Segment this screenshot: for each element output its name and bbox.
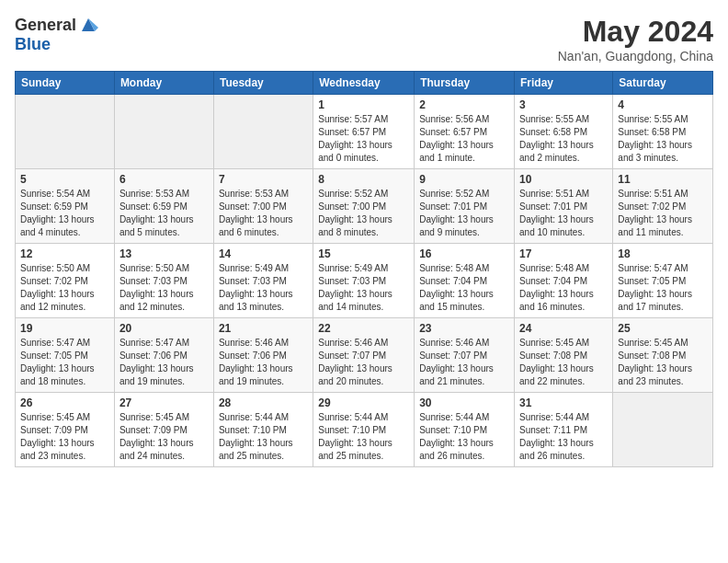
day-number: 5: [20, 173, 109, 186]
day-number: 19: [20, 322, 109, 335]
calendar-cell: 31Sunrise: 5:44 AM Sunset: 7:11 PM Dayli…: [515, 393, 613, 467]
column-header-thursday: Thursday: [415, 72, 515, 95]
day-number: 28: [219, 396, 308, 409]
day-info: Sunrise: 5:46 AM Sunset: 7:07 PM Dayligh…: [419, 337, 509, 388]
day-number: 18: [618, 247, 708, 260]
day-number: 31: [519, 396, 608, 409]
day-number: 9: [419, 173, 509, 186]
day-info: Sunrise: 5:51 AM Sunset: 7:01 PM Dayligh…: [519, 188, 608, 239]
calendar-cell: 27Sunrise: 5:45 AM Sunset: 7:09 PM Dayli…: [114, 393, 213, 467]
location: Nan'an, Guangdong, China: [558, 49, 713, 63]
day-info: Sunrise: 5:48 AM Sunset: 7:04 PM Dayligh…: [419, 262, 509, 314]
day-number: 16: [419, 247, 509, 260]
day-info: Sunrise: 5:49 AM Sunset: 7:03 PM Dayligh…: [318, 262, 409, 314]
calendar-cell: [213, 95, 313, 169]
calendar-cell: [613, 393, 713, 467]
calendar-cell: 22Sunrise: 5:46 AM Sunset: 7:07 PM Dayli…: [313, 318, 415, 393]
calendar-header-row: SundayMondayTuesdayWednesdayThursdayFrid…: [16, 72, 713, 95]
day-info: Sunrise: 5:45 AM Sunset: 7:08 PM Dayligh…: [618, 337, 708, 388]
calendar-cell: 2Sunrise: 5:56 AM Sunset: 6:57 PM Daylig…: [415, 95, 515, 169]
day-number: 22: [318, 322, 409, 335]
calendar-week-3: 19Sunrise: 5:47 AM Sunset: 7:05 PM Dayli…: [16, 318, 713, 393]
day-number: 15: [318, 247, 409, 260]
day-number: 6: [119, 173, 209, 186]
calendar-cell: 1Sunrise: 5:57 AM Sunset: 6:57 PM Daylig…: [313, 95, 415, 169]
calendar-cell: 21Sunrise: 5:46 AM Sunset: 7:06 PM Dayli…: [213, 318, 313, 393]
day-number: 3: [519, 98, 608, 111]
calendar-cell: 5Sunrise: 5:54 AM Sunset: 6:59 PM Daylig…: [16, 169, 115, 244]
calendar-week-2: 12Sunrise: 5:50 AM Sunset: 7:02 PM Dayli…: [16, 244, 713, 318]
day-number: 21: [219, 322, 308, 335]
day-info: Sunrise: 5:53 AM Sunset: 6:59 PM Dayligh…: [119, 188, 209, 239]
day-number: 8: [318, 173, 409, 186]
calendar-cell: 9Sunrise: 5:52 AM Sunset: 7:01 PM Daylig…: [415, 169, 515, 244]
column-header-tuesday: Tuesday: [213, 72, 313, 95]
day-number: 30: [419, 396, 509, 409]
calendar-week-1: 5Sunrise: 5:54 AM Sunset: 6:59 PM Daylig…: [16, 169, 713, 244]
day-info: Sunrise: 5:52 AM Sunset: 7:00 PM Dayligh…: [318, 188, 409, 239]
day-number: 29: [318, 396, 409, 409]
calendar-cell: 20Sunrise: 5:47 AM Sunset: 7:06 PM Dayli…: [114, 318, 213, 393]
day-info: Sunrise: 5:47 AM Sunset: 7:05 PM Dayligh…: [618, 262, 708, 314]
calendar-cell: 11Sunrise: 5:51 AM Sunset: 7:02 PM Dayli…: [613, 169, 713, 244]
day-number: 23: [419, 322, 509, 335]
day-number: 27: [119, 396, 209, 409]
day-info: Sunrise: 5:44 AM Sunset: 7:11 PM Dayligh…: [519, 411, 608, 463]
day-info: Sunrise: 5:51 AM Sunset: 7:02 PM Dayligh…: [618, 188, 708, 239]
calendar-cell: 23Sunrise: 5:46 AM Sunset: 7:07 PM Dayli…: [415, 318, 515, 393]
day-info: Sunrise: 5:56 AM Sunset: 6:57 PM Dayligh…: [419, 113, 509, 165]
day-number: 7: [219, 173, 308, 186]
title-section: May 2024 Nan'an, Guangdong, China: [558, 15, 713, 63]
page-header: General Blue May 2024 Nan'an, Guangdong,…: [15, 15, 713, 63]
day-info: Sunrise: 5:50 AM Sunset: 7:02 PM Dayligh…: [20, 262, 109, 314]
calendar-cell: 3Sunrise: 5:55 AM Sunset: 6:58 PM Daylig…: [515, 95, 613, 169]
column-header-sunday: Sunday: [16, 72, 115, 95]
calendar-week-0: 1Sunrise: 5:57 AM Sunset: 6:57 PM Daylig…: [16, 95, 713, 169]
logo-blue-text: Blue: [15, 35, 51, 54]
calendar-cell: 30Sunrise: 5:44 AM Sunset: 7:10 PM Dayli…: [415, 393, 515, 467]
day-number: 17: [519, 247, 608, 260]
day-number: 12: [20, 247, 109, 260]
logo: General Blue: [15, 15, 98, 54]
day-info: Sunrise: 5:44 AM Sunset: 7:10 PM Dayligh…: [219, 411, 308, 463]
day-info: Sunrise: 5:50 AM Sunset: 7:03 PM Dayligh…: [119, 262, 209, 314]
calendar-cell: 7Sunrise: 5:53 AM Sunset: 7:00 PM Daylig…: [213, 169, 313, 244]
day-info: Sunrise: 5:44 AM Sunset: 7:10 PM Dayligh…: [419, 411, 509, 463]
calendar-cell: 17Sunrise: 5:48 AM Sunset: 7:04 PM Dayli…: [515, 244, 613, 318]
day-info: Sunrise: 5:55 AM Sunset: 6:58 PM Dayligh…: [618, 113, 708, 165]
calendar-table: SundayMondayTuesdayWednesdayThursdayFrid…: [15, 71, 713, 467]
day-number: 13: [119, 247, 209, 260]
day-info: Sunrise: 5:48 AM Sunset: 7:04 PM Dayligh…: [519, 262, 608, 314]
calendar-cell: 12Sunrise: 5:50 AM Sunset: 7:02 PM Dayli…: [16, 244, 115, 318]
day-info: Sunrise: 5:49 AM Sunset: 7:03 PM Dayligh…: [219, 262, 308, 314]
day-info: Sunrise: 5:45 AM Sunset: 7:08 PM Dayligh…: [519, 337, 608, 388]
day-number: 11: [618, 173, 708, 186]
calendar-cell: [16, 95, 115, 169]
day-number: 25: [618, 322, 708, 335]
day-info: Sunrise: 5:45 AM Sunset: 7:09 PM Dayligh…: [119, 411, 209, 463]
calendar-cell: 18Sunrise: 5:47 AM Sunset: 7:05 PM Dayli…: [613, 244, 713, 318]
calendar-cell: 24Sunrise: 5:45 AM Sunset: 7:08 PM Dayli…: [515, 318, 613, 393]
day-number: 1: [318, 98, 409, 111]
calendar-cell: [114, 95, 213, 169]
column-header-monday: Monday: [114, 72, 213, 95]
logo-general-text: General: [15, 16, 76, 35]
calendar-cell: 29Sunrise: 5:44 AM Sunset: 7:10 PM Dayli…: [313, 393, 415, 467]
day-number: 14: [219, 247, 308, 260]
calendar-cell: 10Sunrise: 5:51 AM Sunset: 7:01 PM Dayli…: [515, 169, 613, 244]
column-header-saturday: Saturday: [613, 72, 713, 95]
day-info: Sunrise: 5:46 AM Sunset: 7:07 PM Dayligh…: [318, 337, 409, 388]
calendar-cell: 25Sunrise: 5:45 AM Sunset: 7:08 PM Dayli…: [613, 318, 713, 393]
month-title: May 2024: [558, 15, 713, 49]
calendar-cell: 26Sunrise: 5:45 AM Sunset: 7:09 PM Dayli…: [16, 393, 115, 467]
calendar-week-4: 26Sunrise: 5:45 AM Sunset: 7:09 PM Dayli…: [16, 393, 713, 467]
day-info: Sunrise: 5:45 AM Sunset: 7:09 PM Dayligh…: [20, 411, 109, 463]
calendar-cell: 16Sunrise: 5:48 AM Sunset: 7:04 PM Dayli…: [415, 244, 515, 318]
day-info: Sunrise: 5:47 AM Sunset: 7:06 PM Dayligh…: [119, 337, 209, 388]
day-info: Sunrise: 5:52 AM Sunset: 7:01 PM Dayligh…: [419, 188, 509, 239]
column-header-friday: Friday: [515, 72, 613, 95]
day-info: Sunrise: 5:54 AM Sunset: 6:59 PM Dayligh…: [20, 188, 109, 239]
day-info: Sunrise: 5:55 AM Sunset: 6:58 PM Dayligh…: [519, 113, 608, 165]
day-number: 4: [618, 98, 708, 111]
calendar-cell: 13Sunrise: 5:50 AM Sunset: 7:03 PM Dayli…: [114, 244, 213, 318]
